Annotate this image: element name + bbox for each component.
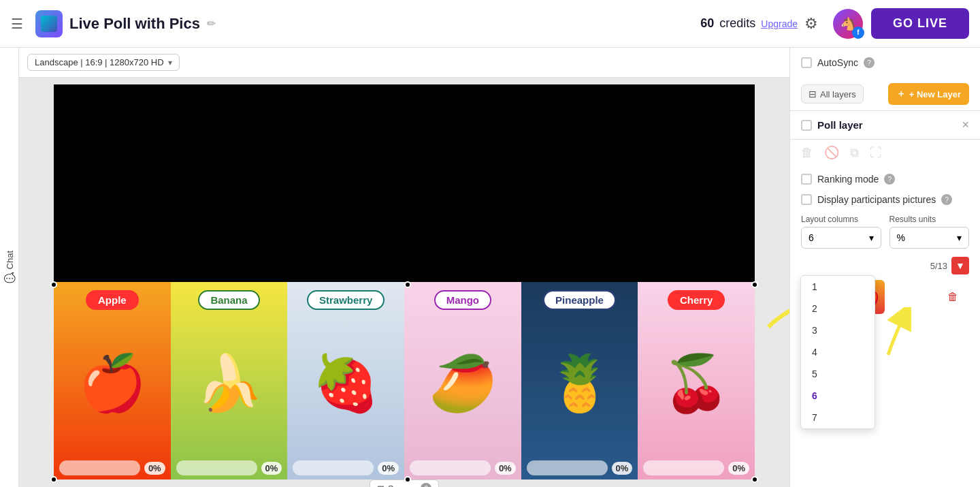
layout-columns-dropdown[interactable]: 1 2 3 4 5 6 7 xyxy=(800,275,875,429)
dropdown-item-1[interactable]: 1 xyxy=(801,276,875,298)
avatar: 🐴 f xyxy=(833,9,863,39)
pineapple-pct: 0% xyxy=(612,462,633,475)
main: 💬 Chat Landscape | 16:9 | 1280x720 HD ▾ xyxy=(0,48,980,487)
hide-icon[interactable]: 🚫 xyxy=(824,145,839,160)
ranking-mode-checkbox[interactable] xyxy=(801,174,812,185)
banana-label: Banana xyxy=(198,290,259,310)
layout-columns-value: 6 xyxy=(808,232,814,243)
dropdown-item-6[interactable]: 6 xyxy=(801,385,875,407)
fruit-card-cherry: Cherry 🍒 0% xyxy=(638,282,755,480)
project-title: Live Poll with Pics xyxy=(69,15,200,33)
dropdown-item-7[interactable]: 7 xyxy=(801,407,875,428)
results-units-chevron: ▾ xyxy=(957,232,962,243)
cherry-image: 🍒 xyxy=(662,310,730,456)
scenes-icon: ⊞ xyxy=(377,484,385,488)
ranking-mode-row: Ranking mode ? xyxy=(801,174,969,185)
dropdown-item-2[interactable]: 2 xyxy=(801,298,875,319)
layers-icon: ⊟ xyxy=(808,89,817,99)
resize-handle-bottom-left[interactable] xyxy=(50,476,57,483)
resolution-label: Landscape | 16:9 | 1280x720 HD xyxy=(35,57,164,67)
facebook-badge: f xyxy=(852,27,864,39)
strawberry-pct: 0% xyxy=(378,462,399,475)
layout-columns-col: Layout columns 6 ▾ xyxy=(801,215,881,249)
fruit-card-strawberry: Strawberry 🍓 0% xyxy=(287,282,404,480)
strawberry-bar xyxy=(293,460,374,475)
apple-pct: 0% xyxy=(144,462,165,475)
transform-icon[interactable]: ⛶ xyxy=(870,146,882,160)
mango-image: 🥭 xyxy=(429,310,497,456)
cherry-bar-row: 0% xyxy=(638,456,755,480)
autosync-label: AutoSync xyxy=(817,57,858,68)
fruit-card-apple: Apple 🍎 0% xyxy=(54,282,171,480)
edit-icon[interactable]: ✏ xyxy=(207,17,216,30)
settings-button[interactable]: ⚙ xyxy=(798,10,825,37)
pineapple-image: 🍍 xyxy=(546,310,614,456)
cherry-bar xyxy=(643,460,724,475)
trash-icon[interactable]: 🗑 xyxy=(801,146,813,160)
resolution-select[interactable]: Landscape | 16:9 | 1280x720 HD ▾ xyxy=(27,54,180,71)
delete-option2-button[interactable]: 🗑 xyxy=(947,291,958,303)
upgrade-link[interactable]: Upgrade xyxy=(761,18,798,29)
plus-icon: ＋ xyxy=(896,88,906,100)
fruit-card-banana: Banana 🍌 0% xyxy=(171,282,288,480)
mango-pct: 0% xyxy=(495,462,516,475)
dropdown-item-3[interactable]: 3 xyxy=(801,319,875,341)
resize-handle-bottom-middle[interactable] xyxy=(404,476,411,483)
duplicate-icon[interactable]: ⧉ xyxy=(850,146,859,160)
fruit-card-pineapple: Pineapple 🍍 0% xyxy=(521,282,638,480)
canvas-wrapper: Apple 🍎 0% Banana 🍌 xyxy=(19,78,789,487)
chat-label: 💬 Chat xyxy=(4,251,15,283)
mango-bar-row: 0% xyxy=(404,456,521,480)
new-layer-button[interactable]: ＋ + New Layer xyxy=(888,83,969,105)
cherry-pct: 0% xyxy=(728,462,749,475)
layout-columns-select[interactable]: 6 ▾ xyxy=(801,227,881,249)
close-icon[interactable]: × xyxy=(962,118,969,132)
autosync-checkbox[interactable] xyxy=(801,57,812,68)
logo-inner xyxy=(41,16,57,32)
poll-layer-label: Poll layer xyxy=(817,119,956,131)
credits-amount: 60 xyxy=(700,16,714,31)
strawberry-emoji: 🍓 xyxy=(312,351,380,415)
display-pics-checkbox[interactable] xyxy=(801,194,812,205)
hamburger-icon[interactable]: ☰ xyxy=(11,16,23,32)
apple-label: Apple xyxy=(86,290,139,310)
autosync-help-icon: ? xyxy=(864,57,875,68)
results-units-select[interactable]: % ▾ xyxy=(889,227,970,249)
toolbar-row: Landscape | 16:9 | 1280x720 HD ▾ xyxy=(19,48,789,78)
page-nav-button[interactable]: ▼ xyxy=(951,257,969,274)
upgrade-section: Upgrade xyxy=(761,18,798,29)
credits-section: 60 credits Upgrade xyxy=(700,16,798,31)
banana-emoji: 🍌 xyxy=(195,351,263,415)
resize-handle-top-middle[interactable] xyxy=(404,281,411,288)
cherry-label: Cherry xyxy=(668,290,725,310)
resize-handle-top-right[interactable] xyxy=(751,281,758,288)
layer-actions: 🗑 🚫 ⧉ ⛶ xyxy=(790,140,980,166)
scenes-label: Scenes xyxy=(388,484,417,488)
banana-bar xyxy=(176,460,257,475)
pineapple-label: Pineapple xyxy=(543,290,616,310)
dropdown-item-5[interactable]: 5 xyxy=(801,363,875,385)
results-units-value: % xyxy=(897,232,905,243)
layout-columns-chevron: ▾ xyxy=(869,232,874,243)
ranking-help-icon: ? xyxy=(884,174,895,185)
all-layers-button[interactable]: ⊟ All layers xyxy=(801,84,864,104)
resize-handle-bottom-right[interactable] xyxy=(751,476,758,483)
resize-handle-top-left[interactable] xyxy=(50,281,57,288)
strawberry-bar-row: 0% xyxy=(287,456,404,480)
pineapple-emoji: 🍍 xyxy=(546,351,614,415)
results-units-label: Results units xyxy=(889,215,970,224)
canvas-black xyxy=(54,84,755,282)
strawberry-image: 🍓 xyxy=(312,310,380,456)
apple-image: 🍎 xyxy=(78,310,146,456)
pagination-row: 5/13 ▼ xyxy=(801,257,969,274)
header-left: ☰ Live Poll with Pics ✏ xyxy=(11,10,700,37)
chevron-down-icon: ▾ xyxy=(168,58,172,67)
go-live-button[interactable]: GO LIVE xyxy=(871,8,969,39)
canvas-container: Apple 🍎 0% Banana 🍌 xyxy=(54,84,755,480)
arrow-svg xyxy=(755,279,789,341)
chat-sidebar[interactable]: 💬 Chat xyxy=(0,48,19,487)
strawberry-label: Strawberry xyxy=(307,290,385,310)
dropdown-item-4[interactable]: 4 xyxy=(801,341,875,363)
poll-layer-checkbox[interactable] xyxy=(801,120,812,131)
chat-icon: 💬 xyxy=(4,272,15,284)
